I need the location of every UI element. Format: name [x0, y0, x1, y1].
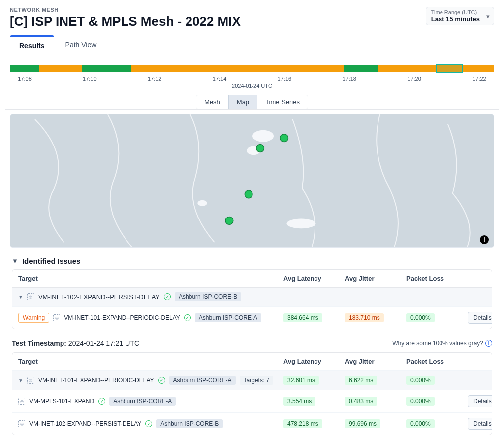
svg-rect-0	[10, 114, 494, 247]
issues-title: Identified Issues	[22, 257, 81, 265]
map-node[interactable]	[245, 190, 252, 198]
node-icon: ◎	[27, 293, 34, 300]
table-row: ◎VM-MPLS-101-EXPAND✓Ashburn ISP-CORE-A3.…	[12, 390, 492, 412]
latency-metric: 384.664 ms	[283, 313, 322, 322]
loss-metric: 0.000%	[406, 419, 435, 428]
time-tick: 17:18	[334, 76, 364, 82]
col-jitter: Avg Jitter	[345, 275, 404, 282]
details-button[interactable]: Details	[468, 395, 492, 407]
time-range-value: Last 15 minutes	[431, 15, 480, 23]
page-title: [C] ISP INET & MPLS Mesh - 2022 MIX	[10, 14, 241, 29]
time-range-picker[interactable]: Time Range (UTC) Last 15 minutes ▾	[426, 7, 494, 25]
node-icon: ◎	[53, 314, 60, 321]
svg-point-1	[252, 130, 274, 142]
svg-point-4	[197, 200, 207, 206]
target-location: Ashburn ISP-CORE-A	[109, 397, 176, 406]
target-location: Ashburn ISP-CORE-B	[156, 419, 223, 428]
result-group-name: VM-INET-101-EXPAND--PERIODIC-DELAY	[38, 377, 154, 384]
timeline-segment	[39, 65, 83, 72]
table-row: ◎VM-INET-102-EXPAND--PERSIST-DELAY✓Ashbu…	[12, 412, 492, 435]
issue-target-name: VM-INET-101-EXPAND--PERIODIC-DELAY	[64, 314, 180, 321]
time-tick: 17:16	[269, 76, 299, 82]
issue-group-row[interactable]: ▼ ◎ VM-INET-102-EXPAND--PERSIST-DELAY ✓ …	[12, 288, 492, 306]
timeline-segment	[344, 65, 378, 72]
latency-metric: 478.218 ms	[283, 419, 322, 428]
map-node[interactable]	[280, 134, 288, 142]
details-button[interactable]: Details	[468, 418, 492, 430]
toggle-mesh[interactable]: Mesh	[196, 95, 229, 109]
node-icon: ◎	[18, 398, 25, 405]
test-timestamp: Test Timestamp: 2024-01-24 17:21 UTC	[12, 339, 139, 347]
chevron-down-icon[interactable]: ▼	[18, 378, 23, 383]
col-jitter: Avg Jitter	[345, 358, 404, 365]
time-tick: 17:10	[75, 76, 105, 82]
chevron-down-icon: ▾	[486, 12, 490, 20]
check-icon: ✓	[184, 314, 191, 321]
svg-point-3	[287, 218, 316, 228]
toggle-time-series[interactable]: Time Series	[257, 95, 308, 109]
target-name: VM-MPLS-101-EXPAND	[29, 398, 94, 405]
breadcrumb: NETWORK MESH	[10, 7, 241, 13]
timeline-bar[interactable]	[10, 65, 494, 72]
node-icon: ◎	[18, 420, 25, 427]
check-icon: ✓	[164, 293, 171, 300]
result-group-location: Ashburn ISP-CORE-A	[169, 376, 236, 385]
loss-metric: 0.000%	[406, 376, 435, 385]
loss-metric: 0.000%	[406, 313, 435, 322]
jitter-metric: 99.696 ms	[345, 419, 380, 428]
map-node[interactable]	[256, 145, 264, 152]
time-tick: 17:12	[140, 76, 170, 82]
view-toggle-group: Mesh Map Time Series	[196, 95, 308, 109]
targets-count: Targets: 7	[240, 376, 274, 385]
jitter-metric: 6.622 ms	[345, 376, 377, 385]
tab-results[interactable]: Results	[10, 35, 54, 55]
issue-location: Ashburn ISP-CORE-A	[195, 313, 261, 322]
timeline-segment	[82, 65, 131, 72]
col-target: Target	[18, 275, 281, 282]
col-latency: Avg Latency	[283, 358, 343, 365]
timeline-cursor[interactable]	[436, 64, 463, 73]
timeline-segment	[131, 65, 344, 72]
latency-metric: 32.601 ms	[283, 376, 319, 385]
check-icon: ✓	[145, 420, 152, 427]
node-icon: ◎	[27, 377, 34, 384]
loss-metric: 0.000%	[406, 397, 435, 406]
info-icon[interactable]: i	[480, 235, 489, 244]
time-tick: 17:14	[205, 76, 235, 82]
jitter-metric: 0.483 ms	[345, 397, 377, 406]
chevron-down-icon[interactable]: ▼	[12, 257, 18, 265]
severity-badge: Warning	[18, 313, 49, 323]
time-tick: 17:22	[464, 76, 494, 82]
col-latency: Avg Latency	[283, 275, 343, 282]
latency-metric: 3.554 ms	[283, 397, 315, 406]
check-icon: ✓	[98, 398, 105, 405]
map-node[interactable]	[225, 217, 233, 224]
timeline-segment	[10, 65, 39, 72]
col-loss: Packet Loss	[406, 275, 466, 282]
col-target: Target	[18, 358, 281, 365]
chevron-down-icon: ▼	[18, 294, 23, 300]
gray-values-hint[interactable]: Why are some 100% values gray? i	[392, 340, 492, 347]
tab-path-view[interactable]: Path View	[56, 35, 106, 55]
target-name: VM-INET-102-EXPAND--PERSIST-DELAY	[29, 420, 141, 427]
time-range-label: Time Range (UTC)	[431, 9, 480, 15]
jitter-metric: 183.710 ms	[345, 313, 384, 322]
time-tick: 17:20	[399, 76, 429, 82]
timeline-date: 2024-01-24 UTC	[5, 83, 499, 89]
check-icon: ✓	[158, 377, 165, 384]
issue-group-location: Ashburn ISP-CORE-B	[175, 292, 241, 301]
issue-group-name: VM-INET-102-EXPAND--PERSIST-DELAY	[38, 293, 160, 301]
time-ticks: 17:0817:1017:1217:1417:1617:1817:2017:22	[10, 76, 494, 82]
info-icon: i	[485, 340, 492, 347]
toggle-map[interactable]: Map	[229, 95, 257, 109]
map-container[interactable]: i	[10, 114, 494, 248]
details-button[interactable]: Details	[468, 312, 492, 324]
time-tick: 17:08	[10, 76, 40, 82]
col-loss: Packet Loss	[406, 358, 466, 365]
